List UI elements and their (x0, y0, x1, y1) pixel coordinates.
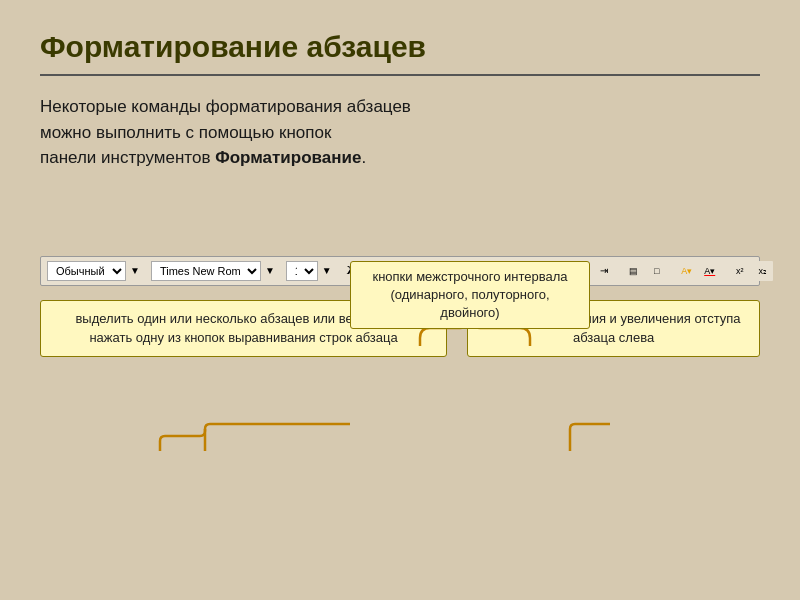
border-icon: □ (654, 266, 659, 276)
callout-top-text: кнопки межстрочного интервала (одинарног… (372, 269, 567, 320)
font-color-icon: A▾ (704, 266, 715, 276)
subscript-icon: x₂ (758, 266, 767, 276)
increase-indent-icon: ⇥ (600, 265, 608, 276)
line-spacing-icon: ▤ (629, 266, 638, 276)
increase-indent-button[interactable]: ⇥ (594, 261, 614, 281)
font-arrow: ▼ (265, 265, 275, 276)
title-divider (40, 74, 760, 76)
border-button[interactable]: □ (647, 261, 667, 281)
size-arrow: ▼ (322, 265, 332, 276)
superscript-button[interactable]: x² (730, 261, 750, 281)
style-arrow: ▼ (130, 265, 140, 276)
slide-title: Форматирование абзацев (40, 30, 760, 64)
callout-top: кнопки межстрочного интервала (одинарног… (350, 261, 590, 330)
bold-word: Форматирование (215, 148, 361, 167)
superscript-icon: x² (736, 266, 744, 276)
style-select[interactable]: Обычный (47, 261, 126, 281)
size-select[interactable]: 14 (286, 261, 318, 281)
intro-text: Некоторые команды форматирования абзацев… (40, 94, 760, 171)
subscript-button[interactable]: x₂ (753, 261, 773, 281)
font-color-button[interactable]: A▾ (700, 261, 720, 281)
highlight-button[interactable]: A▾ (677, 261, 697, 281)
main-area: кнопки межстрочного интервала (одинарног… (40, 256, 760, 546)
slide: Форматирование абзацев Некоторые команды… (0, 0, 800, 600)
line-spacing-button[interactable]: ▤ (624, 261, 644, 281)
highlight-icon: A▾ (681, 266, 692, 276)
intro-line1: Некоторые команды форматирования абзацев… (40, 97, 411, 167)
font-select[interactable]: Times New Roman (151, 261, 261, 281)
